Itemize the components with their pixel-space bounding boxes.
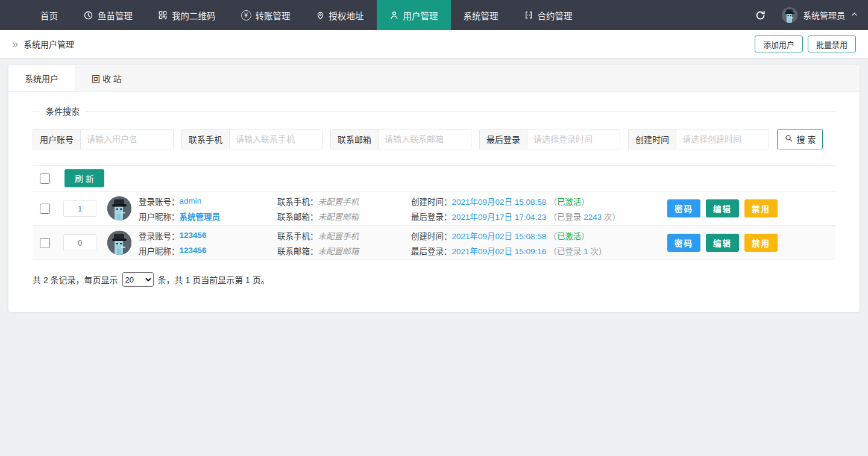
field-label: 联系邮箱 (331, 130, 379, 149)
login-count-badge: （已登录 1 次） (549, 245, 606, 257)
nav-item-label: 鱼苗管理 (98, 9, 133, 22)
nav-right: 系统管理员 (755, 0, 868, 30)
nav-item-home[interactable]: 首页 (28, 0, 71, 30)
field-label: 联系手机 (182, 130, 230, 149)
contract-icon (524, 10, 533, 20)
page-title: 系统用户管理 (24, 38, 74, 50)
email-value: 未配置邮箱 (318, 210, 359, 222)
tab-system-users[interactable]: 系统用户 (8, 65, 75, 91)
identity-column: 登录账号： 123456 用户昵称： 123456 (139, 230, 270, 257)
row-actions: 密码 编辑 禁用 (667, 234, 778, 252)
pagination: 共 2 条记录，每页显示 20 条，共 1 页当前显示第 1 页。 (33, 272, 835, 287)
nav-item-fry-management[interactable]: 鱼苗管理 (71, 0, 145, 30)
login-count-badge: （已登录 2243 次） (549, 210, 620, 222)
phone-label: 联系手机： (277, 195, 318, 207)
user-icon (389, 10, 399, 20)
phone-value: 未配置手机 (318, 195, 359, 207)
batch-disable-button[interactable]: 批量禁用 (808, 36, 856, 52)
account-link[interactable]: admin (180, 196, 202, 205)
nav-spacer (585, 0, 755, 30)
password-button[interactable]: 密码 (667, 199, 700, 217)
password-button[interactable]: 密码 (667, 234, 700, 252)
nav-item-label: 系统管理 (464, 9, 498, 22)
user-avatar (107, 196, 131, 220)
field-label: 创建时间 (629, 130, 676, 149)
user-account-input[interactable] (81, 130, 173, 149)
tab-recycle-bin[interactable]: 回 收 站 (75, 65, 138, 91)
yen-circle-icon: ¥ (241, 10, 251, 20)
phone-value: 未配置手机 (318, 230, 359, 242)
nav-item-user-management[interactable]: 用户管理 (377, 0, 451, 30)
row-checkbox[interactable] (40, 238, 50, 248)
location-pin-icon (316, 10, 325, 20)
qrcode-icon (158, 10, 168, 20)
page-actions: 添加用户 批量禁用 (755, 36, 856, 52)
account-label: 登录账号： (139, 230, 180, 242)
current-username: 系统管理员 (803, 9, 845, 21)
disable-button[interactable]: 禁用 (744, 199, 778, 217)
search-icon (784, 134, 793, 145)
last-login-time-input[interactable] (527, 130, 620, 149)
created-value: 2021年09月02日 15:08:58 (452, 195, 547, 207)
field-contact-email: 联系邮箱 (330, 129, 471, 149)
nav-item-label: 授权地址 (329, 9, 364, 22)
sort-order-input[interactable] (63, 200, 96, 217)
add-user-button[interactable]: 添加用户 (755, 36, 803, 52)
identity-column: 登录账号： admin 用户昵称： 系统管理员 (139, 195, 270, 222)
edit-button[interactable]: 编辑 (706, 234, 739, 252)
account-label: 登录账号： (139, 195, 180, 207)
pagination-suffix: 条，共 1 页当前显示第 1 页。 (158, 273, 269, 286)
refresh-list-button[interactable]: 刷 新 (64, 169, 104, 187)
breadcrumb-bar: » 系统用户管理 添加用户 批量禁用 (0, 30, 868, 58)
search-legend: 条件搜索 (40, 105, 86, 117)
search-button-label: 搜 索 (797, 133, 816, 145)
nav-item-contract-management[interactable]: 合约管理 (511, 0, 585, 30)
nav-item-my-qrcode[interactable]: 我的二维码 (145, 0, 228, 30)
edit-button[interactable]: 编辑 (706, 199, 739, 217)
field-label: 最后登录 (480, 130, 527, 149)
nickname-link[interactable]: 系统管理员 (180, 210, 221, 222)
last-login-value: 2021年09月17日 17:04:23 (452, 210, 547, 222)
refresh-icon[interactable] (755, 10, 766, 21)
nickname-link[interactable]: 123456 (180, 246, 207, 255)
select-all-checkbox[interactable] (40, 173, 50, 184)
created-time-input[interactable] (676, 130, 769, 149)
disable-button[interactable]: 禁用 (744, 234, 778, 252)
nav-item-authorized-address[interactable]: 授权地址 (303, 0, 377, 30)
last-login-value: 2021年09月02日 15:09:16 (452, 245, 547, 257)
contact-column: 联系手机： 未配置手机 联系邮箱： 未配置邮箱 (277, 230, 404, 257)
created-label: 创建时间： (411, 230, 452, 242)
user-avatar (107, 231, 131, 255)
time-column: 创建时间： 2021年09月02日 15:08:58 （已激活） 最后登录： 2… (411, 195, 667, 222)
account-link[interactable]: 123456 (180, 231, 207, 240)
user-list: 刷 新 登录账号： admin 用户昵称： 系统管理员 联系手 (33, 165, 835, 260)
sort-order-input[interactable] (63, 234, 96, 251)
search-button[interactable]: 搜 索 (777, 129, 823, 149)
created-value: 2021年09月02日 15:08:58 (452, 230, 547, 242)
nav-item-label: 转账管理 (256, 9, 291, 22)
user-menu[interactable]: 系统管理员 (782, 7, 858, 23)
status-badge: （已激活） (549, 195, 590, 207)
field-contact-phone: 联系手机 (181, 129, 322, 149)
row-checkbox[interactable] (40, 204, 50, 214)
time-column: 创建时间： 2021年09月02日 15:08:58 （已激活） 最后登录： 2… (411, 230, 667, 257)
field-label: 用户账号 (33, 130, 81, 149)
field-user-account: 用户账号 (33, 129, 174, 149)
nav-item-system-management[interactable]: 系统管理 (451, 0, 511, 30)
main-card: 系统用户 回 收 站 条件搜索 用户账号 联系手机 联系邮箱 最 (8, 65, 860, 312)
field-last-login: 最后登录 (479, 129, 620, 149)
contact-phone-input[interactable] (230, 130, 322, 149)
page-size-select[interactable]: 20 (122, 272, 154, 287)
list-toolbar: 刷 新 (33, 166, 835, 192)
chevron-up-icon (851, 10, 858, 20)
top-nav: 首页 鱼苗管理 我的二维码 ¥ 转账管理 授权地址 用户管理 系统管理 合约管理 (0, 0, 868, 30)
nav-item-label: 首页 (40, 9, 58, 22)
nav-item-transfer-management[interactable]: ¥ 转账管理 (228, 0, 303, 30)
email-label: 联系邮箱： (277, 245, 318, 257)
nav-item-label: 合约管理 (538, 9, 573, 22)
contact-email-input[interactable] (379, 130, 471, 149)
pagination-prefix: 共 2 条记录，每页显示 (33, 273, 118, 286)
search-fieldset: 条件搜索 用户账号 联系手机 联系邮箱 最后登录 (33, 105, 835, 149)
field-created-time: 创建时间 (628, 129, 769, 149)
phone-label: 联系手机： (277, 230, 318, 242)
